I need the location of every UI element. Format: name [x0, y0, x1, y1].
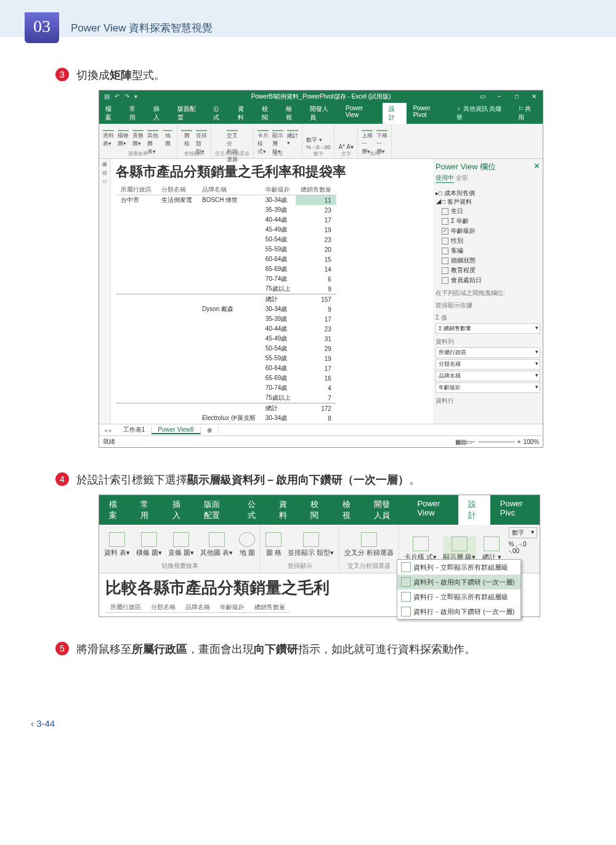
ribbon-tab[interactable]: 開發人員	[304, 103, 339, 124]
status-bar: 就緒 ▦ ▤ ▭ −+100%	[99, 435, 543, 447]
slicer-button[interactable]: 交叉分 析篩選器	[344, 532, 394, 557]
slicer-icon: 交叉分析篩選器	[227, 130, 238, 146]
ribbon-tab[interactable]: 插入	[163, 495, 194, 525]
ribbon-tab[interactable]: 檢視	[333, 495, 364, 525]
t: ，畫面會出現	[187, 643, 254, 655]
tab-all[interactable]: 全部	[456, 174, 468, 181]
totals-button[interactable]: 總計 ▾	[482, 536, 501, 562]
field-item[interactable]: ✓年齡級距	[436, 226, 540, 236]
chapter-title: Power View 資料探索智慧視覺	[71, 21, 213, 35]
t: 切換成	[76, 69, 110, 81]
field-item[interactable]: 客編	[436, 246, 540, 256]
max-icon[interactable]: □	[508, 91, 525, 103]
ribbon-tab[interactable]: Power Pivot	[407, 103, 450, 124]
chapter-header: 03 Power View 資料探索智慧視覺	[0, 0, 616, 37]
fields-pane[interactable]: Power View 欄位 ✕ 使用中 全部 ▸□ 成本與售價 ◢□ 客戶資料 …	[433, 159, 543, 424]
field-item[interactable]: 性別	[436, 236, 540, 246]
bar-button[interactable]: 橫條 圖▾	[136, 532, 162, 557]
table-icon: 資料表▾	[103, 130, 114, 146]
field-item[interactable]: 教育程度	[436, 265, 540, 275]
t: 型式。	[132, 69, 165, 81]
field-item[interactable]: 生日	[436, 206, 540, 216]
close-icon[interactable]: ✕	[525, 91, 543, 103]
row-drop[interactable]: 年齡級距▾	[436, 382, 540, 393]
ribbon-tab[interactable]: 插入	[147, 103, 171, 124]
page-number: ‹ 3-44	[31, 718, 616, 729]
table-button[interactable]: 資料 表▾	[104, 532, 130, 557]
add-sheet-icon[interactable]: ⊕	[201, 427, 219, 434]
sheet-tab[interactable]: 工作表1	[117, 426, 152, 434]
menu-item[interactable]: 資料列－啟用向下鑽研 (一次一層)	[397, 575, 521, 589]
menu-item[interactable]: 資料行－啟用向下鑽研 (一次一層)	[397, 604, 521, 619]
min-icon[interactable]: −	[491, 91, 508, 103]
ribbon-tab[interactable]: 資料	[232, 103, 256, 124]
chapter-badge: 03	[25, 12, 59, 43]
sheet-tabs[interactable]: ◂ ▸ 工作表1 Power View8 ⊕	[99, 424, 543, 435]
ribbon-tabs[interactable]: 檔案常用插入版面配置公式資料校閱檢視開發人員Power View設計Power …	[99, 495, 540, 525]
ribbon-tab[interactable]: 版面配置	[171, 103, 207, 124]
matrix-table[interactable]: 所屬行政區分類名稱品牌名稱年齡級距總銷售數量	[105, 602, 290, 613]
ribbon-tab[interactable]: 公式	[238, 495, 269, 525]
field-item[interactable]: 會員處始日	[436, 275, 540, 285]
ribbon-tabs[interactable]: 檔案常用插入版面配置公式資料校閱檢視開發人員Power View設計Power …	[99, 103, 543, 124]
menu-item[interactable]: 資料列－立即顯示所有群組層級	[397, 560, 521, 575]
ribbon[interactable]: 資料表▾橫條圖▾直條圖▾其他圖表▾地圖視覺效果 圖格並排類型▾並排顯示 交叉分析…	[99, 124, 543, 159]
row-drop[interactable]: 分類名稱▾	[436, 359, 540, 370]
quick-access[interactable]: ▤↶↷▾	[104, 91, 137, 103]
field-item[interactable]: Σ 年齡	[436, 216, 540, 226]
view-icon[interactable]: ▤	[461, 439, 466, 445]
step-badge: 5	[55, 642, 69, 655]
share-button[interactable]: ⚐ 共用	[512, 103, 543, 124]
report-title: 各縣市產品分類銷量之毛利率和提袋率	[116, 163, 431, 181]
ribbon-tab[interactable]: 開發人員	[364, 495, 408, 525]
ribbon-tab[interactable]: 版面配置	[194, 495, 238, 525]
t: 所屬行政區	[132, 643, 187, 655]
ribbon-tab[interactable]: 校閱	[301, 495, 332, 525]
ribbon-tab[interactable]: 校閱	[256, 103, 280, 124]
sheet-tab-active[interactable]: Power View8	[152, 426, 200, 434]
ribbon-tab[interactable]: 檔案	[99, 103, 123, 124]
close-icon[interactable]: ✕	[533, 161, 540, 171]
show-level-dropdown[interactable]: 資料列－立即顯示所有群組層級資料列－啟用向下鑽研 (一次一層)資料行－立即顯示所…	[397, 559, 521, 620]
matrix-table[interactable]: 所屬行政區分類名稱品牌名稱年齡級距總銷售數量台中市生活倒家電BOSCH 傅世30…	[116, 185, 336, 424]
help[interactable]: ♀ 其他資訊 吳燦華	[450, 103, 511, 124]
ribbon-tab[interactable]: 常用	[131, 495, 162, 525]
card-view-icon: ▭	[99, 179, 110, 187]
view-icon[interactable]: ▭	[466, 439, 472, 445]
ribbon-tab[interactable]: 資料	[269, 495, 301, 525]
t: 顯示層級資料列－啟用向下鑽研（一次一層）	[187, 474, 409, 486]
excel-screenshot-1: ▤↶↷▾ PowerBI範例資料_PowerPivot儲存 - Excel (試…	[99, 90, 543, 448]
ribbon-tab[interactable]: Power View	[339, 103, 383, 124]
tab-active[interactable]: 使用中	[436, 174, 454, 183]
min-icon[interactable]: ▭	[474, 91, 491, 103]
zoom-slider[interactable]: −+100%	[472, 439, 539, 445]
view-icon[interactable]: ▦	[455, 439, 461, 445]
step-4: 4 於設計索引標籤下選擇顯示層級資料列－啟用向下鑽研（一次一層）。	[55, 472, 561, 487]
tile-button[interactable]: 圖 格	[265, 532, 282, 557]
values-drop[interactable]: Σ 總銷售數量▾	[436, 323, 540, 334]
matrix-view-icon: ▤	[99, 170, 110, 179]
ribbon-tab[interactable]: 公式	[207, 103, 231, 124]
card-icon: 卡片樣式▾	[257, 130, 269, 146]
show-level-button[interactable]: 顯示層 級▾	[443, 536, 476, 562]
ribbon-tab[interactable]: 設計	[383, 103, 407, 124]
menu-item[interactable]: 資料行－立即顯示所有群組層級	[397, 589, 521, 604]
tile-type-button[interactable]: 並排顯示 類型▾	[288, 532, 334, 557]
ribbon-tab[interactable]: 檢視	[280, 103, 304, 124]
report-canvas[interactable]: 各縣市產品分類銷量之毛利率和提袋率 所屬行政區分類名稱品牌名稱年齡級距總銷售數量…	[111, 159, 433, 424]
other-button[interactable]: 其他圖 表▾	[200, 532, 233, 557]
field-item[interactable]: 婚姻狀態	[436, 256, 540, 265]
column-button[interactable]: 直條 圖▾	[168, 532, 194, 557]
ribbon-tab[interactable]: 檔案	[99, 495, 131, 525]
row-drop[interactable]: 所屬行政區▾	[436, 347, 540, 358]
step-3: 3 切換成矩陣型式。	[55, 68, 561, 83]
ribbon-tab[interactable]: 設計	[458, 495, 490, 525]
ribbon-tab[interactable]: Power Pivc	[490, 495, 540, 525]
window-title-bar: ▤↶↷▾ PowerBI範例資料_PowerPivot儲存 - Excel (試…	[99, 91, 543, 103]
ribbon-tab[interactable]: Power View	[408, 495, 459, 525]
card-button[interactable]: 卡片樣 式▾	[404, 536, 437, 562]
ribbon-tab[interactable]: 常用	[123, 103, 147, 124]
view-selector[interactable]: ▦▤▭	[99, 159, 111, 424]
row-drop[interactable]: 品牌名稱▾	[436, 371, 540, 381]
map-button[interactable]: 地 圖	[239, 532, 255, 557]
